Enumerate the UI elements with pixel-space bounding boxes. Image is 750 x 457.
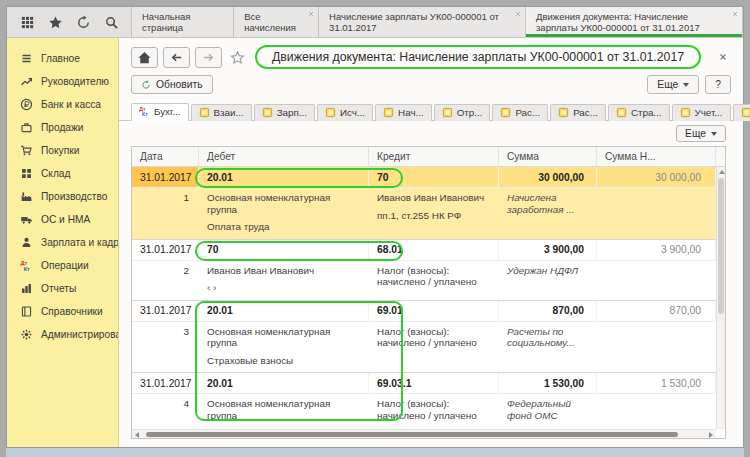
- cell-comment: Федеральный фонд ОМС: [499, 396, 597, 429]
- window-toolbar: Обновить Еще ?: [119, 72, 743, 99]
- sidebar-item[interactable]: Руководителю: [7, 70, 118, 93]
- column-header-credit[interactable]: Кредит: [369, 147, 499, 166]
- ledger-icon: [262, 107, 273, 118]
- posting-row-main: 31.01.2017 20.01 69.03.1 1 530,00 1 530,…: [132, 373, 716, 394]
- search-button[interactable]: [100, 11, 122, 33]
- register-tab[interactable]: Отр...: [434, 104, 491, 121]
- column-header-sum[interactable]: Сумма: [499, 147, 597, 166]
- register-tab[interactable]: Бухг...: [131, 103, 189, 121]
- top-tab[interactable]: Все начисления: [233, 7, 318, 37]
- column-header-debit[interactable]: Дебет: [199, 147, 369, 166]
- cell-sum-nu: 3 900,00: [597, 240, 716, 260]
- page-title: Движения документа: Начисление зарплаты …: [255, 45, 701, 69]
- tab-close-icon[interactable]: [731, 10, 739, 18]
- posting-row-main: 31.01.2017 20.01 69.01 870,00 870,00: [132, 301, 716, 322]
- sidebar-item[interactable]: Склад: [7, 162, 118, 185]
- sidebar-item[interactable]: Производство: [7, 185, 118, 208]
- cell-debit-analytics: Иванов Иван Иванович ‹ ›: [199, 263, 369, 298]
- scroll-up-icon[interactable]: [719, 170, 725, 174]
- help-button[interactable]: ?: [705, 75, 731, 94]
- posting-row[interactable]: 31.01.2017 20.01 70 30 000,00 30 000,00 …: [132, 167, 716, 240]
- sidebar-item[interactable]: Отчеты: [7, 277, 118, 300]
- home-button[interactable]: [131, 47, 158, 68]
- sidebar-item[interactable]: Главное: [7, 47, 118, 70]
- sidebar-item[interactable]: Операции: [7, 254, 118, 277]
- register-tab-strip: Бухг... Взаи... Зарп... Исч... Нач... От…: [119, 99, 743, 121]
- window-nav-row: Движения документа: Начисление зарплаты …: [119, 38, 743, 72]
- back-button[interactable]: [163, 47, 190, 68]
- register-tab[interactable]: Взаи...: [191, 104, 252, 121]
- register-tab[interactable]: Учет...: [733, 104, 750, 121]
- favorite-star-button[interactable]: [227, 47, 248, 68]
- vertical-scroll-thumb[interactable]: [718, 178, 724, 314]
- sidebar-item[interactable]: Продажи: [7, 116, 118, 139]
- cell-sum: 30 000,00: [499, 167, 597, 187]
- posting-row-main: 31.01.2017 70 68.01 3 900,00 3 900,00: [132, 240, 716, 261]
- posting-row-detail: 1 Основная номенклатурная группа Оплата …: [132, 188, 716, 239]
- ledger-icon: [616, 107, 627, 118]
- cell-row-number: 1: [132, 190, 199, 237]
- sidebar-item[interactable]: Справочники: [7, 300, 118, 323]
- register-tab-label: Бухг...: [154, 106, 181, 117]
- posting-row-detail: 4 Основная номенклатурная группа Страхов…: [132, 394, 716, 429]
- tab-close-icon[interactable]: [307, 10, 315, 18]
- register-tab[interactable]: Исч...: [317, 104, 373, 121]
- cell-comment: Расчеты по социальному...: [499, 324, 597, 371]
- cell-empty: [597, 190, 716, 237]
- cell-sum-nu: 1 530,00: [597, 373, 716, 393]
- register-tab[interactable]: Рас...: [550, 104, 606, 121]
- register-tab-label: Рас...: [573, 107, 598, 118]
- cell-debit-analytics: Основная номенклатурная группа Страховые…: [199, 396, 369, 429]
- history-button[interactable]: [72, 11, 94, 33]
- posting-row[interactable]: 31.01.2017 20.01 69.01 870,00 870,00 3 О…: [132, 301, 716, 374]
- register-tab[interactable]: Рас...: [492, 104, 548, 121]
- refresh-button[interactable]: Обновить: [131, 75, 213, 94]
- register-tab[interactable]: Зарп...: [254, 104, 315, 121]
- vertical-scrollbar[interactable]: [716, 167, 725, 429]
- refresh-icon: [141, 80, 151, 90]
- grid-header: Дата Дебет Кредит Сумма Сумма Н...: [132, 147, 725, 167]
- sidebar-item[interactable]: Банк и касса: [7, 93, 118, 116]
- sidebar-item-label: Администрирование: [41, 329, 119, 340]
- register-tab-label: Нач...: [398, 107, 424, 118]
- top-tab-strip: Начальная страница Все начисления Начисл…: [131, 7, 743, 37]
- ledger-icon: [442, 107, 453, 118]
- top-tab[interactable]: Начисление зарплаты УК00-000001 от 31.01…: [318, 7, 525, 37]
- scroll-left-icon[interactable]: [135, 432, 139, 438]
- posting-row-main: 31.01.2017 20.01 70 30 000,00 30 000,00: [132, 167, 716, 188]
- sidebar-item-label: Продажи: [41, 122, 84, 133]
- grid-more-label: Еще: [685, 128, 706, 139]
- register-tab[interactable]: Учет...: [672, 104, 731, 121]
- grid-more-button[interactable]: Еще: [676, 125, 726, 142]
- menu-grid-button[interactable]: [16, 11, 38, 33]
- register-tab[interactable]: Нач...: [375, 104, 432, 121]
- column-header-date[interactable]: Дата: [132, 147, 199, 166]
- top-tab[interactable]: Движения документа: Начисление зарплаты …: [525, 7, 743, 37]
- cell-credit-analytics: Налог (взносы): начислено / уплачено: [369, 396, 499, 429]
- horizontal-scrollbar[interactable]: [132, 429, 716, 438]
- sidebar-item[interactable]: ОС и НМА: [7, 208, 118, 231]
- cell-sum: 870,00: [499, 301, 597, 321]
- posting-row[interactable]: 31.01.2017 70 68.01 3 900,00 3 900,00 2 …: [132, 240, 716, 301]
- column-header-sum-nu[interactable]: Сумма Н...: [597, 147, 716, 166]
- top-tab[interactable]: Начальная страница: [131, 7, 233, 37]
- sidebar-item[interactable]: Покупки: [7, 139, 118, 162]
- cell-sum: 3 900,00: [499, 240, 597, 260]
- horizontal-scroll-thumb[interactable]: [146, 432, 678, 437]
- sidebar-item[interactable]: Администрирование: [7, 323, 118, 346]
- tab-close-icon[interactable]: [514, 10, 522, 18]
- scroll-right-icon[interactable]: [709, 432, 713, 438]
- favorites-button[interactable]: [44, 11, 66, 33]
- top-tab-label: Движения документа: Начисление зарплаты …: [536, 11, 726, 33]
- cell-debit: 20.01: [199, 301, 369, 321]
- posting-row[interactable]: 31.01.2017 20.01 69.03.1 1 530,00 1 530,…: [132, 373, 716, 429]
- cell-comment: Начислена заработная ...: [499, 190, 597, 237]
- more-button[interactable]: Еще: [647, 75, 699, 94]
- register-tab[interactable]: Стра...: [608, 104, 670, 121]
- sidebar-item[interactable]: Зарплата и кадры: [7, 231, 118, 254]
- close-window-button[interactable]: [712, 47, 733, 68]
- cell-date: 31.01.2017: [132, 373, 199, 393]
- sales-icon: [20, 121, 33, 134]
- gear-icon: [20, 328, 33, 341]
- forward-button[interactable]: [195, 47, 222, 68]
